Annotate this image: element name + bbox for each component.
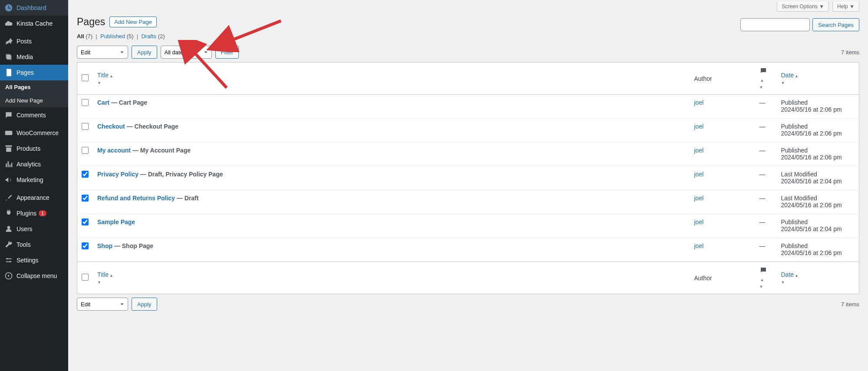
plug-icon	[4, 209, 13, 218]
page-title-link[interactable]: Shop	[97, 242, 112, 249]
bulk-actions-bottom: Edit Apply	[77, 298, 157, 311]
date-stamp: 2024/05/16 at 2:06 pm	[781, 130, 855, 137]
sidebar-item-posts[interactable]: Posts	[0, 33, 68, 49]
svg-point-3	[7, 258, 8, 259]
sidebar-item-analytics[interactable]: Analytics	[0, 156, 68, 172]
comment-icon	[759, 268, 767, 275]
filter-drafts[interactable]: Drafts	[141, 33, 156, 40]
page-title-link[interactable]: Cart	[97, 99, 109, 106]
column-comments-header[interactable]: ▲▼	[755, 63, 777, 95]
select-all-checkbox-top[interactable]	[82, 74, 89, 81]
bulk-apply-button[interactable]: Apply	[132, 46, 157, 59]
author-link[interactable]: joel	[694, 171, 704, 178]
sidebar-item-collapse-menu[interactable]: Collapse menu	[0, 268, 68, 284]
bulk-action-select[interactable]: Edit	[77, 46, 128, 59]
author-link[interactable]: joel	[694, 99, 704, 106]
row-checkbox[interactable]	[82, 242, 89, 249]
author-link[interactable]: joel	[694, 219, 704, 225]
sidebar-item-appearance[interactable]: Appearance	[0, 190, 68, 205]
page-title-link[interactable]: Sample Page	[97, 219, 135, 225]
column-title-header[interactable]: Title▲▼	[93, 63, 690, 95]
bulk-apply-button-bottom[interactable]: Apply	[132, 298, 157, 311]
filter-all[interactable]: All	[77, 33, 84, 40]
author-link[interactable]: joel	[694, 242, 704, 249]
sidebar-item-woocommerce[interactable]: WooCommerce	[0, 125, 68, 141]
comments-count: —	[759, 195, 766, 202]
media-icon	[4, 53, 13, 61]
comments-count: —	[759, 219, 766, 225]
comments-count: —	[759, 242, 766, 249]
sidebar-item-pages[interactable]: Pages	[0, 65, 68, 80]
filter-button[interactable]: Filter	[215, 46, 239, 59]
search-input[interactable]	[740, 18, 810, 31]
date-status: Last Modified	[781, 171, 855, 178]
table-row: Shop — Shop Pagejoel—Published2024/05/16…	[77, 238, 859, 262]
sort-icon: ▲▼	[759, 278, 764, 289]
page-title-link[interactable]: Refund and Returns Policy	[97, 195, 175, 202]
screen-options-button[interactable]: Screen Options ▼	[777, 2, 829, 12]
page-title-link[interactable]: My account	[97, 147, 131, 154]
sidebar-item-products[interactable]: Products	[0, 141, 68, 156]
sidebar-item-users[interactable]: Users	[0, 221, 68, 237]
comments-count: —	[759, 171, 766, 178]
tablenav-bottom: Edit Apply 7 items	[77, 298, 859, 311]
sidebar-item-settings[interactable]: Settings	[0, 252, 68, 268]
help-button[interactable]: Help ▼	[832, 2, 859, 12]
settings-icon	[4, 256, 13, 265]
column-title-footer[interactable]: Title▲▼	[93, 262, 690, 294]
sidebar-item-comments[interactable]: Comments	[0, 107, 68, 123]
date-status: Last Modified	[781, 195, 855, 202]
sidebar-item-label: Tools	[17, 241, 31, 248]
date-stamp: 2024/05/16 at 2:04 pm	[781, 225, 855, 232]
page-state: — Cart Page	[109, 99, 147, 106]
select-all-checkbox-bottom[interactable]	[82, 274, 89, 281]
column-comments-footer[interactable]: ▲▼	[755, 262, 777, 294]
sidebar-item-dashboard[interactable]: Dashboard	[0, 0, 68, 16]
column-date-footer[interactable]: Date▲▼	[777, 262, 859, 294]
update-badge: 1	[39, 210, 46, 216]
filter-published[interactable]: Published	[100, 33, 125, 40]
search-box: Search Pages	[740, 18, 859, 31]
sidebar-item-label: Appearance	[17, 194, 50, 201]
sidebar-item-label: Pages	[17, 69, 34, 76]
row-checkbox[interactable]	[82, 123, 89, 130]
row-checkbox[interactable]	[82, 171, 89, 178]
page-state: — Shop Page	[112, 242, 153, 249]
filter-published-count: (5)	[127, 33, 134, 40]
page-state: — Draft	[175, 195, 198, 202]
author-link[interactable]: joel	[694, 147, 704, 154]
author-link[interactable]: joel	[694, 123, 704, 130]
sidebar-item-label: Posts	[17, 38, 32, 45]
sidebar-item-plugins[interactable]: Plugins1	[0, 205, 68, 221]
row-checkbox[interactable]	[82, 99, 89, 106]
row-checkbox[interactable]	[82, 195, 89, 202]
page-title-link[interactable]: Privacy Policy	[97, 171, 139, 178]
bulk-action-select-bottom[interactable]: Edit	[77, 298, 128, 311]
add-new-page-button[interactable]: Add New Page	[109, 17, 157, 27]
row-checkbox[interactable]	[82, 219, 89, 225]
select-all-footer	[77, 262, 93, 294]
filter-all-label: All	[77, 33, 84, 40]
svg-rect-0	[7, 69, 11, 76]
filter-drafts-label: Drafts	[141, 33, 156, 40]
author-link[interactable]: joel	[694, 195, 704, 202]
page-icon	[4, 68, 13, 77]
column-author-label: Author	[694, 275, 712, 282]
cloud-icon	[4, 19, 13, 28]
items-count-bottom: 7 items	[841, 301, 859, 308]
sidebar-subitem-add-new-page[interactable]: Add New Page	[0, 94, 68, 107]
row-checkbox[interactable]	[82, 147, 89, 154]
date-filter-select[interactable]: All dates	[161, 46, 212, 59]
sidebar-subitem-all-pages[interactable]: All Pages	[0, 80, 68, 94]
sidebar-item-kinsta-cache[interactable]: Kinsta Cache	[0, 16, 68, 31]
sidebar-item-marketing[interactable]: Marketing	[0, 172, 68, 188]
date-stamp: 2024/05/16 at 2:04 pm	[781, 178, 855, 185]
sidebar-item-tools[interactable]: Tools	[0, 237, 68, 252]
filter-links: All (7) | Published (5) | Drafts (2)	[77, 33, 859, 40]
page-title-link[interactable]: Checkout	[97, 123, 125, 130]
column-date-header[interactable]: Date▲▼	[777, 63, 859, 95]
sidebar-item-label: Users	[17, 225, 33, 232]
page-state: — Draft, Privacy Policy Page	[139, 171, 223, 178]
search-pages-button[interactable]: Search Pages	[812, 18, 859, 31]
sidebar-item-media[interactable]: Media	[0, 49, 68, 65]
